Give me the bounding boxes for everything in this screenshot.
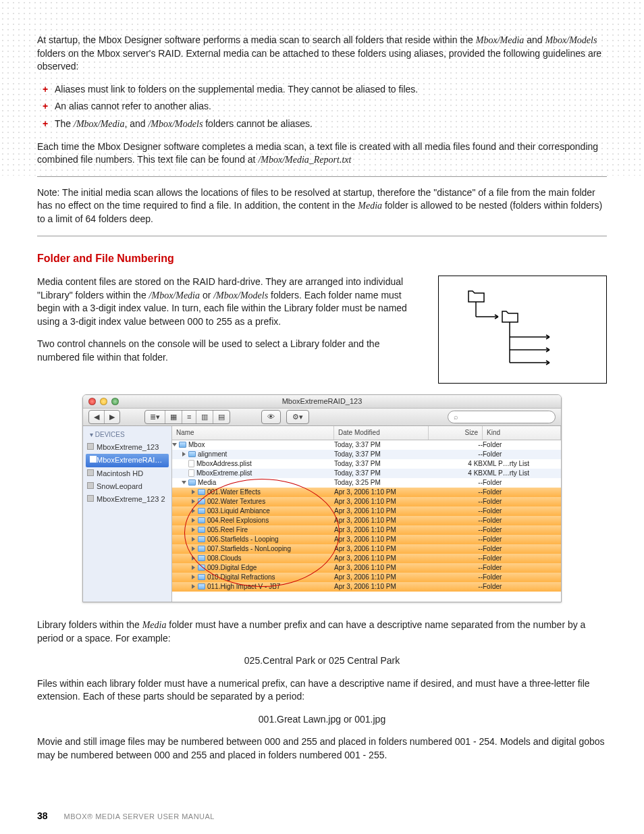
folder-icon bbox=[198, 489, 205, 495]
file-date: Apr 3, 2006 1:10 PM bbox=[334, 488, 429, 497]
sidebar-device-item[interactable]: Macintosh HD bbox=[83, 467, 171, 480]
disclosure-icon[interactable] bbox=[191, 490, 196, 494]
finder-titlebar[interactable]: MboxExtremeRAID_123 bbox=[83, 395, 561, 409]
drive-icon bbox=[90, 456, 97, 463]
svg-marker-17 bbox=[192, 565, 195, 570]
action-button[interactable]: ⚙▾ bbox=[286, 410, 309, 424]
svg-marker-14 bbox=[192, 537, 195, 542]
disclosure-icon[interactable] bbox=[182, 471, 186, 475]
svg-marker-18 bbox=[192, 575, 195, 579]
file-date: Apr 3, 2006 1:10 PM bbox=[334, 544, 429, 554]
disclosure-icon[interactable] bbox=[191, 537, 196, 542]
file-kind: Folder bbox=[483, 488, 561, 497]
file-kind: Folder bbox=[483, 525, 561, 535]
file-kind: Folder bbox=[483, 563, 561, 573]
view-icon-2[interactable]: ▦ bbox=[165, 411, 182, 423]
disclosure-icon[interactable] bbox=[191, 499, 196, 504]
file-row[interactable]: 003.Liquid AmbianceApr 3, 2006 1:10 PM--… bbox=[172, 506, 561, 516]
file-date: Apr 3, 2006 1:10 PM bbox=[334, 506, 429, 516]
file-row[interactable]: 006.Starfields - LoopingApr 3, 2006 1:10… bbox=[172, 535, 561, 544]
file-kind: Folder bbox=[483, 544, 561, 554]
finder-sidebar: ▾ DEVICES MboxExtreme_123MboxExtremeRAID… bbox=[83, 426, 172, 602]
disclosure-icon[interactable] bbox=[191, 565, 196, 570]
sidebar-device-item[interactable]: MboxExtreme_123 2 bbox=[83, 493, 171, 506]
view-icon-5[interactable]: ▤ bbox=[213, 411, 230, 423]
disclosure-icon[interactable] bbox=[191, 527, 196, 532]
file-date: Apr 3, 2006 1:10 PM bbox=[334, 582, 429, 592]
disclosure-icon[interactable] bbox=[191, 546, 196, 551]
col-size[interactable]: Size bbox=[429, 426, 483, 440]
sidebar-device-item[interactable]: SnowLeopard bbox=[83, 480, 171, 493]
disclosure-icon[interactable] bbox=[182, 452, 186, 457]
divider-bottom bbox=[37, 236, 607, 236]
view-icon-3[interactable]: ≡ bbox=[182, 411, 196, 423]
col-date[interactable]: Date Modified bbox=[334, 426, 429, 440]
folder-icon bbox=[198, 508, 205, 514]
disclosure-icon[interactable] bbox=[172, 442, 177, 447]
disclosure-icon[interactable] bbox=[191, 584, 196, 589]
disclosure-icon[interactable] bbox=[182, 461, 186, 466]
file-row[interactable]: 001.Water EffectsApr 3, 2006 1:10 PM--Fo… bbox=[172, 488, 561, 497]
file-row[interactable]: 010.Digital RefractionsApr 3, 2006 1:10 … bbox=[172, 573, 561, 582]
disclosure-icon[interactable] bbox=[182, 480, 186, 485]
footer-title: MBOX® MEDIA SERVER USER MANUAL bbox=[64, 812, 215, 822]
file-row[interactable]: MboxAddress.plistToday, 3:37 PM4 KBXML P… bbox=[172, 459, 561, 469]
page-footer: 38 MBOX® MEDIA SERVER USER MANUAL bbox=[37, 810, 607, 823]
back-button[interactable]: ◀ bbox=[89, 411, 105, 423]
file-date: Today, 3:37 PM bbox=[334, 469, 429, 478]
disclosure-icon[interactable] bbox=[191, 556, 196, 561]
example-file-name: 001.Great Lawn.jpg or 001.jpg bbox=[37, 713, 607, 727]
sidebar-device-item[interactable]: MboxExtreme_123 bbox=[83, 441, 171, 454]
file-date: Today, 3:25 PM bbox=[334, 478, 429, 488]
finder-window: MboxExtremeRAID_123 ◀ ▶ ≣▾ ▦ ≡ ▥ ▤ 👁 ⚙▾ … bbox=[82, 394, 562, 602]
quicklook-button[interactable]: 👁 bbox=[261, 410, 281, 424]
svg-marker-19 bbox=[192, 584, 195, 589]
file-row[interactable]: 007.Starfields - NonLoopingApr 3, 2006 1… bbox=[172, 544, 561, 554]
disclosure-icon[interactable] bbox=[191, 509, 196, 513]
file-row[interactable]: 002.Water TexturesApr 3, 2006 1:10 PM--F… bbox=[172, 497, 561, 506]
file-date: Apr 3, 2006 1:10 PM bbox=[334, 497, 429, 506]
file-name: 009.Digital Edge bbox=[207, 563, 257, 573]
nav-buttons: ◀ ▶ bbox=[88, 410, 120, 424]
svg-marker-9 bbox=[192, 490, 195, 494]
disclosure-icon[interactable] bbox=[191, 575, 196, 579]
file-row[interactable]: 005.Reel FireApr 3, 2006 1:10 PM--Folder bbox=[172, 525, 561, 535]
file-row[interactable]: 004.Reel ExplosionsApr 3, 2006 1:10 PM--… bbox=[172, 516, 561, 525]
folder-icon bbox=[188, 451, 196, 457]
file-row[interactable]: 008.CloudsApr 3, 2006 1:10 PM--Folder bbox=[172, 554, 561, 563]
file-kind: Folder bbox=[483, 497, 561, 506]
disclosure-icon[interactable] bbox=[191, 518, 196, 523]
file-size: -- bbox=[429, 573, 483, 582]
svg-marker-16 bbox=[192, 556, 195, 561]
file-row[interactable]: MboxExtreme.plistToday, 3:37 PM4 KBXML P… bbox=[172, 469, 561, 478]
section-p1: Media content files are stored on the RA… bbox=[37, 276, 425, 328]
file-kind: Folder bbox=[483, 516, 561, 525]
file-name: MboxExtreme.plist bbox=[196, 469, 252, 478]
file-row[interactable]: 011.High Impact V - JB7Apr 3, 2006 1:10 … bbox=[172, 582, 561, 592]
file-size: -- bbox=[429, 563, 483, 573]
file-size: -- bbox=[429, 478, 483, 488]
view-icon-1[interactable]: ≣▾ bbox=[145, 411, 165, 423]
file-row[interactable]: 009.Digital EdgeApr 3, 2006 1:10 PM--Fol… bbox=[172, 563, 561, 573]
file-size: -- bbox=[429, 554, 483, 563]
sidebar-device-item[interactable]: MboxExtremeRAID_123 bbox=[86, 454, 169, 467]
drive-icon bbox=[87, 482, 94, 489]
file-date: Apr 3, 2006 1:10 PM bbox=[334, 554, 429, 563]
file-size: -- bbox=[429, 525, 483, 535]
page-number: 38 bbox=[37, 810, 48, 823]
col-kind[interactable]: Kind bbox=[483, 426, 561, 440]
media-report-path: /Mbox/Media_Report.txt bbox=[258, 155, 351, 165]
col-name[interactable]: Name bbox=[172, 426, 334, 440]
file-row[interactable]: MboxToday, 3:37 PM--Folder bbox=[172, 440, 561, 450]
file-row[interactable]: alignmentToday, 3:37 PM--Folder bbox=[172, 450, 561, 459]
folder-hierarchy-diagram bbox=[438, 276, 607, 384]
guideline-item-2: An alias cannot refer to another alias. bbox=[55, 100, 607, 113]
forward-button[interactable]: ▶ bbox=[105, 411, 119, 423]
sidebar-devices-header[interactable]: ▾ DEVICES bbox=[83, 429, 171, 441]
file-name: 010.Digital Refractions bbox=[207, 573, 275, 582]
search-field[interactable]: ⌕ bbox=[448, 411, 556, 423]
file-date: Today, 3:37 PM bbox=[334, 450, 429, 459]
sec-p1-path2: /Mbox/Models bbox=[213, 290, 268, 301]
view-icon-4[interactable]: ▥ bbox=[196, 411, 213, 423]
file-row[interactable]: MediaToday, 3:25 PM--Folder bbox=[172, 478, 561, 488]
